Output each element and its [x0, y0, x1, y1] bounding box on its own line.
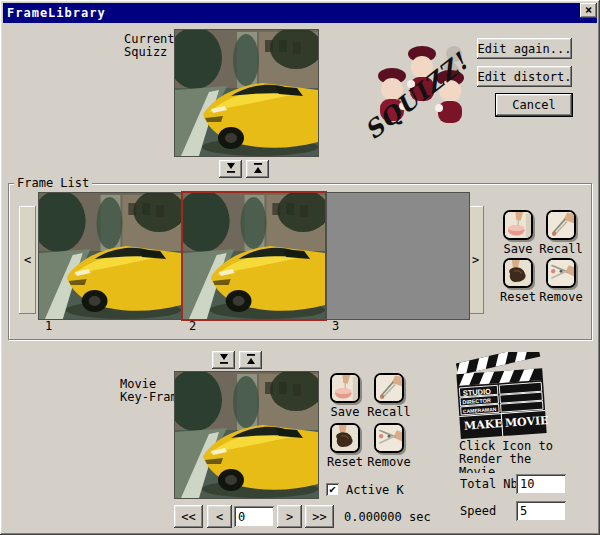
cancel-button[interactable]: Cancel: [496, 94, 572, 116]
framelist-save-button[interactable]: [503, 210, 533, 240]
frame-thumbnail-2-selected[interactable]: [183, 193, 325, 319]
frame-list-scroll-left-button[interactable]: <: [19, 206, 36, 314]
left-arrow-icon: <: [216, 510, 223, 524]
render-hint-text: Click Icon toRender theMovie: [459, 440, 571, 473]
current-squizz-label: CurrentSquizz: [124, 33, 175, 59]
current-to-list-button[interactable]: [219, 160, 242, 178]
movie-keyframe-image: [175, 372, 318, 498]
prev-frame-button[interactable]: <: [207, 505, 232, 528]
movie-save-button[interactable]: [330, 373, 360, 403]
last-frame-button[interactable]: >>: [305, 505, 334, 528]
arrow-up-to-bar-icon: [252, 162, 264, 177]
framelist-recall-button[interactable]: [546, 210, 576, 240]
arrow-down-to-bar-icon: [218, 353, 230, 368]
framelist-remove-label: Remove: [539, 291, 582, 303]
double-left-arrow-icon: <<: [181, 510, 195, 524]
reset-icon: [505, 260, 531, 286]
framelist-reset-button[interactable]: [503, 258, 533, 288]
frame-list-scroll-right-button[interactable]: >: [467, 206, 484, 314]
list-to-current-button[interactable]: [246, 160, 269, 178]
movie-remove-label: Remove: [367, 456, 410, 468]
frame-list-title: Frame List: [14, 176, 92, 190]
clapper-make: MAKE: [464, 417, 503, 433]
frame-position-input[interactable]: [234, 506, 274, 527]
recall-icon: [548, 212, 574, 238]
squizz-logo: SQUIZZ!: [364, 34, 480, 140]
save-icon: [332, 375, 358, 401]
framelist-save-label: Save: [504, 243, 533, 255]
right-arrow-icon: >: [286, 510, 293, 524]
save-icon: [505, 212, 531, 238]
movie-save-label: Save: [331, 406, 360, 418]
framelist-recall-label: Recall: [539, 243, 582, 255]
reset-icon: [332, 425, 358, 451]
scroll-right-arrow: >: [472, 253, 479, 267]
speed-input[interactable]: [516, 501, 566, 521]
frame-thumbnail-3-empty[interactable]: [327, 193, 469, 319]
close-icon: ×: [585, 3, 592, 17]
movie-recall-label: Recall: [367, 406, 410, 418]
movie-remove-button[interactable]: [374, 423, 404, 453]
scroll-left-arrow: <: [24, 253, 31, 267]
frame-thumbnail-1[interactable]: [39, 193, 181, 319]
titlebar[interactable]: FrameLibrary: [3, 3, 597, 23]
remove-icon: [376, 425, 402, 451]
recall-icon: [376, 375, 402, 401]
framelist-remove-button[interactable]: [546, 258, 576, 288]
next-frame-button[interactable]: >: [277, 505, 302, 528]
frame-number-3: 3: [332, 320, 339, 333]
first-frame-button[interactable]: <<: [174, 505, 203, 528]
time-display: 0.000000 sec: [344, 511, 431, 524]
framelibrary-dialog: FrameLibrary × CurrentSquizz: [0, 0, 600, 535]
list-to-movie-button[interactable]: [212, 351, 235, 369]
movie-recall-button[interactable]: [374, 373, 404, 403]
window-title: FrameLibrary: [7, 6, 106, 20]
framelist-reset-label: Reset: [500, 291, 536, 303]
frame-list-groupbox: Frame List < >: [8, 183, 592, 340]
arrow-up-to-bar-icon: [245, 353, 257, 368]
frame-number-1: 1: [45, 320, 52, 333]
edit-again-button[interactable]: Edit again...: [477, 38, 572, 59]
double-right-arrow-icon: >>: [312, 510, 326, 524]
active-k-checkbox[interactable]: ✔: [326, 483, 339, 496]
frame-number-2: 2: [189, 320, 196, 333]
checkmark-icon: ✔: [329, 484, 336, 495]
total-nb-label: Total Nb: [460, 478, 518, 491]
movie-to-list-button[interactable]: [239, 351, 262, 369]
current-squizz-image: [175, 30, 318, 156]
close-button[interactable]: ×: [580, 3, 597, 18]
active-k-label: Active K: [346, 484, 404, 497]
movie-reset-label: Reset: [327, 456, 363, 468]
movie-reset-button[interactable]: [330, 423, 360, 453]
remove-icon: [548, 260, 574, 286]
arrow-down-to-bar-icon: [225, 162, 237, 177]
edit-distort-button[interactable]: Edit distort.: [477, 66, 572, 87]
speed-label: Speed: [460, 505, 496, 518]
make-movie-clapperboard-icon[interactable]: STUDIO DIRECTOR CAMERAMAN MAKE MOVIE: [456, 352, 548, 440]
total-nb-input[interactable]: [516, 474, 566, 494]
